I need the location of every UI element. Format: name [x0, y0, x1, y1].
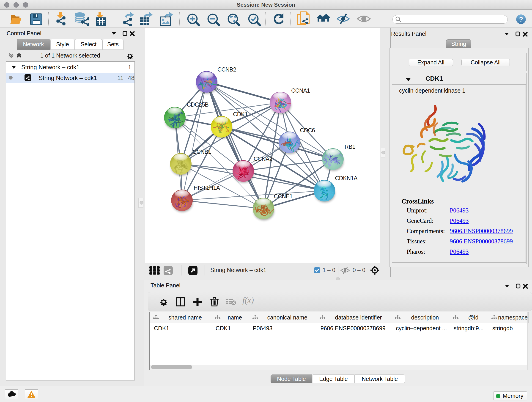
svg-text:CDK1: CDK1 [233, 111, 248, 117]
svg-text:RB1: RB1 [345, 143, 355, 150]
svg-text:HIST1H1A: HIST1H1A [194, 185, 220, 191]
svg-text:CDC25B: CDC25B [187, 101, 209, 108]
svg-text:CCNA2: CCNA2 [254, 156, 272, 162]
svg-text:CCNB1: CCNB1 [192, 148, 211, 155]
svg-text:?: ? [519, 15, 523, 23]
svg-text:CDKN1A: CDKN1A [335, 175, 358, 181]
svg-text:CCNA1: CCNA1 [291, 87, 310, 94]
svg-text:CCNB2: CCNB2 [217, 66, 236, 73]
svg-text:CCNE1: CCNE1 [274, 193, 293, 199]
svg-text:CDC6: CDC6 [300, 127, 315, 133]
